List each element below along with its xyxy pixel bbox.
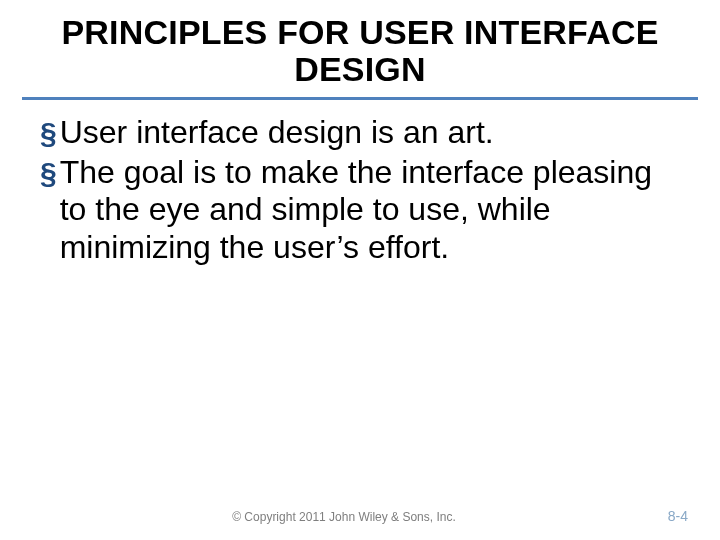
slide-title: PRINCIPLES FOR USER INTERFACE DESIGN <box>0 0 720 95</box>
bullet-text: The goal is to make the interface pleasi… <box>60 154 680 267</box>
bullet-glyph-icon: § <box>40 114 57 152</box>
title-underline <box>22 97 698 100</box>
slide: PRINCIPLES FOR USER INTERFACE DESIGN § U… <box>0 0 720 540</box>
bullet-glyph-icon: § <box>40 154 57 192</box>
slide-body: § User interface design is an art. § The… <box>0 110 720 267</box>
bullet-text: User interface design is an art. <box>60 114 680 152</box>
page-number: 8-4 <box>668 508 688 524</box>
slide-footer: © Copyright 2011 John Wiley & Sons, Inc.… <box>0 510 720 524</box>
copyright-text: © Copyright 2011 John Wiley & Sons, Inc. <box>0 510 688 524</box>
bullet-item: § The goal is to make the interface plea… <box>40 154 680 267</box>
bullet-item: § User interface design is an art. <box>40 114 680 152</box>
